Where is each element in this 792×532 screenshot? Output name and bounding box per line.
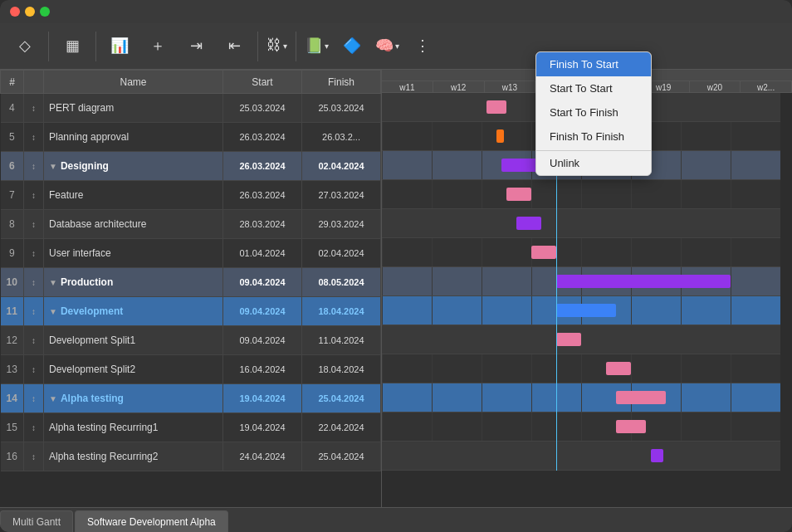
week-header-col: w11 [382, 81, 433, 93]
table-row[interactable]: 8 ↕ Database architecture 28.03.2024 29.… [1, 210, 381, 239]
row-icon: ↕ [24, 326, 44, 355]
week-header-col: w2... [741, 81, 792, 93]
micro-reports-button[interactable]: 📊 [101, 33, 138, 60]
gantt-bar[interactable] [616, 391, 666, 404]
maximize-button[interactable] [40, 7, 50, 17]
expand-icon[interactable]: ▼ [49, 307, 57, 316]
table-row[interactable]: 14 ↕ ▼Alpha testing 19.04.2024 25.04.202… [1, 384, 381, 413]
diagram-button[interactable]: 🔷 [334, 33, 370, 60]
gantt-bar[interactable] [531, 246, 556, 259]
gantt-bar[interactable] [516, 217, 541, 230]
chart-row [382, 442, 780, 471]
link-type-dropdown[interactable]: ⛓ ▾ [263, 33, 291, 59]
table-row[interactable]: 11 ↕ ▼Development 09.04.2024 18.04.2024 [1, 297, 381, 326]
row-name[interactable]: ▼Development [44, 297, 223, 326]
sep1 [48, 32, 49, 61]
left-panel: # Name Start Finish 4 ↕ PERT diagram 25.… [0, 70, 382, 507]
table-row[interactable]: 9 ↕ User interface 01.04.2024 02.04.2024 [1, 239, 381, 268]
row-name[interactable]: Alpha testing Recurring1 [44, 413, 223, 442]
link-dropdown-menu[interactable]: Finish To StartStart To StartStart To Fi… [535, 51, 652, 176]
gantt-bar[interactable] [506, 188, 531, 201]
gantt-bar[interactable] [556, 304, 616, 317]
row-finish: 18.04.2024 [302, 297, 381, 326]
table-row[interactable]: 16 ↕ Alpha testing Recurring2 24.04.2024… [1, 442, 381, 471]
week-header-col: w12 [433, 81, 485, 93]
chart-row [382, 209, 780, 238]
table-row[interactable]: 13 ↕ Development Split2 16.04.2024 18.04… [1, 355, 381, 384]
gantt-bar[interactable] [496, 129, 504, 143]
dropdown-menu-item[interactable]: Finish To Start [536, 52, 651, 76]
excel-button[interactable]: 📗 ▾ [301, 33, 332, 60]
indent-tasks-button[interactable]: ⇥ [178, 33, 214, 60]
row-icon: ↕ [24, 181, 44, 210]
col-header-start: Start [223, 71, 302, 94]
row-start: 28.03.2024 [223, 210, 302, 239]
solutions-button[interactable]: ◇ [7, 33, 43, 60]
dropdown-menu-item[interactable]: Unlink [536, 150, 651, 175]
row-finish: 26.03.2... [302, 123, 381, 152]
week-header-col: w13 [485, 81, 536, 93]
row-start: 09.04.2024 [223, 297, 302, 326]
row-icon: ↕ [24, 384, 44, 413]
row-name[interactable]: Alpha testing Recurring2 [44, 442, 223, 471]
table-row[interactable]: 4 ↕ PERT diagram 25.03.2024 25.03.2024 [1, 94, 381, 123]
tab-item[interactable]: Software Development Alpha [75, 510, 228, 532]
gantt-bar[interactable] [616, 420, 646, 433]
week-header-col: w20 [690, 81, 741, 93]
tab-item[interactable]: Multi Gantt [0, 510, 73, 532]
row-num: 5 [1, 123, 24, 152]
row-name[interactable]: Feature [44, 181, 223, 210]
close-button[interactable] [10, 7, 20, 17]
row-icon: ↕ [24, 297, 44, 326]
gantt-bar[interactable] [556, 275, 731, 288]
row-name[interactable]: Planning approval [44, 123, 223, 152]
select-view-icon: ▦ [66, 37, 80, 55]
gantt-bar[interactable] [556, 333, 581, 346]
row-name[interactable]: ▼Alpha testing [44, 384, 223, 413]
row-finish: 02.04.2024 [302, 239, 381, 268]
row-num: 7 [1, 181, 24, 210]
row-start: 19.04.2024 [223, 384, 302, 413]
window-controls[interactable] [10, 7, 50, 17]
add-item-button[interactable]: ＋ [139, 32, 176, 61]
sep2 [95, 32, 96, 61]
gantt-bar[interactable] [606, 362, 631, 375]
gantt-bar[interactable] [651, 449, 663, 462]
table-row[interactable]: 7 ↕ Feature 26.03.2024 27.03.2024 [1, 181, 381, 210]
dropdown-menu-item[interactable]: Start To Finish [536, 100, 651, 124]
extra-button[interactable]: ⋮ [404, 33, 441, 60]
diagram-icon: 🔷 [343, 37, 361, 55]
row-name[interactable]: ▼Production [44, 268, 223, 297]
table-row[interactable]: 15 ↕ Alpha testing Recurring1 19.04.2024… [1, 413, 381, 442]
row-start: 26.03.2024 [223, 152, 302, 181]
chart-row [382, 267, 780, 296]
select-view-button[interactable]: ▦ [54, 33, 90, 60]
row-icon: ↕ [24, 152, 44, 181]
table-row[interactable]: 5 ↕ Planning approval 26.03.2024 26.03.2… [1, 123, 381, 152]
sep3 [257, 32, 258, 61]
row-name[interactable]: User interface [44, 239, 223, 268]
row-name[interactable]: Database architecture [44, 210, 223, 239]
title-bar [0, 0, 792, 23]
row-finish: 02.04.2024 [302, 152, 381, 181]
row-finish: 08.05.2024 [302, 268, 381, 297]
table-row[interactable]: 12 ↕ Development Split1 09.04.2024 11.04… [1, 326, 381, 355]
chart-row [382, 354, 780, 383]
open-in-mind-button[interactable]: 🧠 ▾ [372, 33, 403, 60]
expand-icon[interactable]: ▼ [49, 278, 57, 287]
row-num: 11 [1, 297, 24, 326]
table-row[interactable]: 10 ↕ ▼Production 09.04.2024 08.05.2024 [1, 268, 381, 297]
dropdown-menu-item[interactable]: Start To Start [536, 76, 651, 100]
table-row[interactable]: 6 ↕ ▼Designing 26.03.2024 02.04.2024 [1, 152, 381, 181]
row-name[interactable]: ▼Designing [44, 152, 223, 181]
bottom-tabs: Multi GanttSoftware Development Alpha [0, 507, 792, 532]
row-name[interactable]: PERT diagram [44, 94, 223, 123]
row-name[interactable]: Development Split2 [44, 355, 223, 384]
minimize-button[interactable] [25, 7, 35, 17]
expand-icon[interactable]: ▼ [49, 394, 57, 403]
row-name[interactable]: Development Split1 [44, 326, 223, 355]
outdent-tasks-button[interactable]: ⇤ [216, 33, 252, 60]
expand-icon[interactable]: ▼ [49, 162, 57, 171]
gantt-bar[interactable] [486, 100, 506, 114]
dropdown-menu-item[interactable]: Finish To Finish [536, 124, 651, 149]
